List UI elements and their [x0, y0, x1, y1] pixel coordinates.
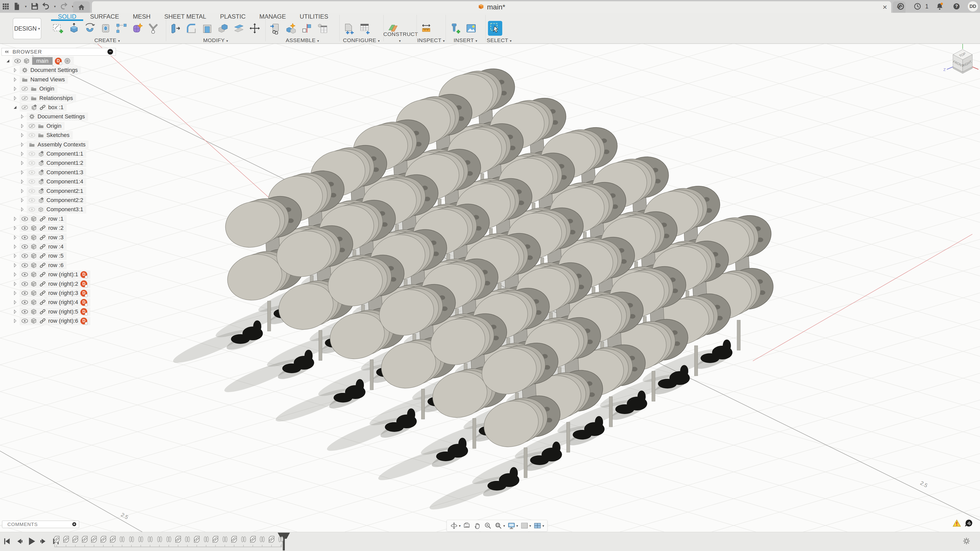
collapse-arrow-icon[interactable]: [19, 132, 25, 138]
timeline-settings-gear-icon[interactable]: [962, 537, 971, 545]
visibility-eye-icon[interactable]: [21, 308, 28, 315]
tab-solid[interactable]: SOLID: [51, 13, 83, 21]
timeline-feature-link[interactable]: [211, 535, 220, 545]
timeline-feature-joint[interactable]: [202, 535, 211, 545]
timeline-feature-link[interactable]: [173, 535, 183, 545]
fillet-icon[interactable]: [184, 21, 199, 36]
tree-row-row-right-4[interactable]: row (right):4D: [12, 298, 90, 306]
timeline-feature-link[interactable]: [62, 535, 71, 545]
timeline-feature-joint[interactable]: [276, 535, 285, 545]
collapse-arrow-icon[interactable]: [12, 272, 18, 277]
group-label-configure[interactable]: CONFIGURE ▾: [339, 37, 383, 43]
collapse-arrow-icon[interactable]: [19, 114, 25, 119]
visibility-eye-icon[interactable]: [21, 234, 28, 241]
collapse-arrow-icon[interactable]: [12, 225, 18, 231]
collapse-arrow-icon[interactable]: [12, 86, 18, 92]
tab-utilities[interactable]: UTILITIES: [293, 13, 335, 21]
add-comment-icon[interactable]: [72, 522, 77, 527]
tree-row-row-5[interactable]: row :5: [12, 251, 67, 260]
expand-arrow-icon[interactable]: [5, 58, 11, 64]
visibility-eye-icon[interactable]: [29, 160, 35, 166]
tree-row-relationships[interactable]: Relationships: [12, 94, 76, 103]
visibility-eye-icon[interactable]: [21, 95, 28, 102]
collapse-arrow-icon[interactable]: [19, 188, 25, 194]
tree-row-document-settings[interactable]: Document Settings: [19, 112, 88, 121]
timeline-feature-joint[interactable]: [118, 535, 127, 545]
visibility-eye-icon[interactable]: [29, 178, 35, 185]
notifications-icon[interactable]: [934, 0, 945, 13]
app-grid-icon[interactable]: [0, 0, 11, 13]
visibility-eye-icon[interactable]: [21, 262, 28, 268]
collapse-arrow-icon[interactable]: [12, 77, 18, 83]
timeline-feature-joint[interactable]: [258, 535, 267, 545]
timeline-feature-joint[interactable]: [136, 535, 145, 545]
group-label-insert[interactable]: INSERT ▾: [445, 37, 485, 43]
tree-row-component1-1[interactable]: Component1:1: [19, 149, 86, 158]
collapse-arrow-icon[interactable]: [12, 253, 18, 259]
tree-row-row-2[interactable]: row :2: [12, 224, 67, 232]
collapse-arrow-icon[interactable]: [12, 300, 18, 305]
group-label-modify[interactable]: MODIFY ▾: [166, 37, 266, 43]
tree-row-document-settings[interactable]: Document Settings: [12, 66, 81, 75]
activate-component-radio[interactable]: [64, 58, 71, 64]
group-label-inspect[interactable]: INSPECT ▾: [417, 37, 445, 43]
pan-icon[interactable]: [473, 522, 482, 530]
tree-row-row-right-5[interactable]: row (right):5D: [12, 307, 90, 316]
pattern-icon[interactable]: [115, 21, 129, 36]
collapse-arrow-icon[interactable]: [19, 160, 25, 166]
job-status-icon[interactable]: [912, 0, 923, 13]
tree-row-component1-2[interactable]: Component1:2: [19, 159, 86, 167]
visibility-eye-icon[interactable]: [21, 299, 28, 306]
visibility-eye-icon[interactable]: [21, 318, 28, 324]
collapse-arrow-icon[interactable]: [12, 244, 18, 249]
collapse-arrow-icon[interactable]: [12, 318, 18, 324]
offset-face-icon[interactable]: [232, 21, 246, 36]
grid-settings-icon[interactable]: ▾: [520, 522, 531, 530]
collapse-arrow-icon[interactable]: [19, 179, 25, 184]
tree-row-row-right-6[interactable]: row (right):6D: [12, 317, 90, 325]
joint-icon[interactable]: [300, 21, 314, 36]
insert-fastener-icon[interactable]: [448, 21, 463, 36]
pipe-icon[interactable]: [146, 21, 160, 36]
tree-row-main[interactable]: mainD: [5, 57, 74, 65]
visibility-eye-icon[interactable]: [21, 243, 28, 250]
canvas-icon[interactable]: [464, 21, 478, 36]
timeline-feature-link[interactable]: [108, 535, 118, 545]
configuration-table-icon[interactable]: [358, 21, 372, 36]
collapse-arrow-icon[interactable]: [12, 235, 18, 240]
chevron-down-icon[interactable]: ▾: [22, 0, 29, 13]
tree-row-named-views[interactable]: Named Views: [12, 75, 68, 84]
timeline-feature-link[interactable]: [192, 535, 201, 545]
new-component-icon[interactable]: [284, 21, 298, 36]
display-settings-icon[interactable]: ▾: [508, 522, 518, 530]
timeline-feature-link[interactable]: [52, 535, 61, 545]
tree-row-row-right-2[interactable]: row (right):2D: [12, 279, 90, 288]
tab-mesh[interactable]: MESH: [126, 13, 157, 21]
collapse-arrow-icon[interactable]: [12, 281, 18, 287]
collapse-arrow-icon[interactable]: [12, 216, 18, 222]
visibility-eye-icon[interactable]: [21, 281, 28, 287]
visibility-eye-icon[interactable]: [29, 151, 35, 157]
design-menu-button[interactable]: DESIGN ▾: [13, 18, 41, 39]
tab-manage[interactable]: MANAGE: [252, 13, 293, 21]
tree-row-origin[interactable]: Origin: [12, 84, 57, 93]
help-icon[interactable]: ?: [951, 0, 962, 13]
tree-row-component3-1[interactable]: Component3:1: [19, 205, 86, 214]
group-label-create[interactable]: CREATE ▾: [48, 37, 166, 43]
undo-icon[interactable]: [40, 0, 52, 13]
visibility-eye-icon[interactable]: [21, 290, 28, 297]
collapse-arrow-icon[interactable]: [19, 151, 25, 157]
tree-row-box-1[interactable]: box :1: [12, 103, 67, 112]
tree-row-component1-4[interactable]: Component1:4: [19, 177, 86, 186]
tree-row-component1-3[interactable]: Component1:3: [19, 168, 86, 177]
tree-row-row-3[interactable]: row :3: [12, 233, 67, 242]
fit-icon[interactable]: ▾: [494, 522, 505, 530]
select-tool-icon[interactable]: [488, 21, 502, 36]
comments-box[interactable]: COMMENTS: [2, 521, 79, 528]
save-icon[interactable]: [29, 0, 40, 13]
timeline-feature-link[interactable]: [80, 535, 89, 545]
tree-row-row-right-3[interactable]: row (right):3D: [12, 289, 90, 297]
visibility-eye-icon[interactable]: [29, 197, 35, 203]
collapse-arrow-icon[interactable]: [19, 170, 25, 175]
collapse-arrow-icon[interactable]: [12, 262, 18, 268]
